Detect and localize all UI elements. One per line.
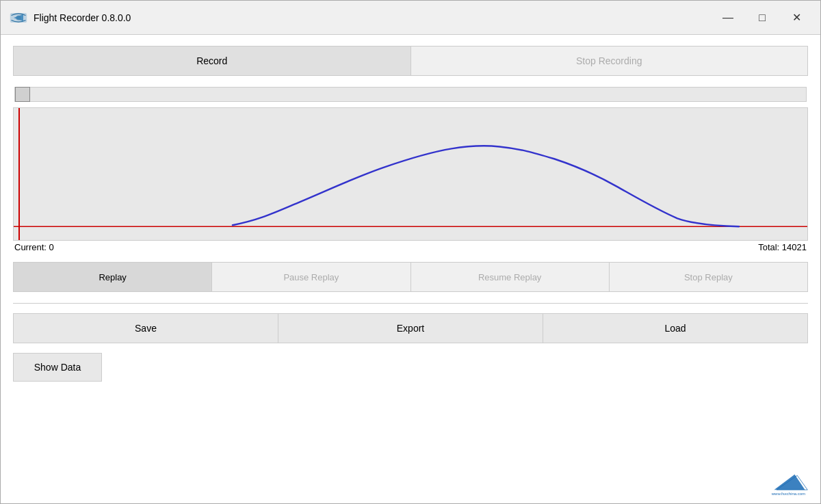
load-button[interactable]: Load [543,314,807,343]
save-button[interactable]: Save [14,314,278,343]
window-controls: — □ ✕ [712,7,812,29]
stop-recording-button[interactable]: Stop Recording [411,47,808,75]
action-row: Save Export Load [13,313,808,343]
title-bar: Flight Recorder 0.8.0.0 — □ ✕ [1,1,820,35]
record-button[interactable]: Record [14,47,411,75]
close-button[interactable]: ✕ [781,7,812,29]
fsxchina-logo: www.fsxchina.com [769,468,810,496]
slider-container [13,87,808,105]
stats-row: Current: 0 Total: 14021 [13,242,808,252]
svg-marker-6 [774,475,805,490]
app-icon [9,8,28,27]
maximize-button[interactable]: □ [746,7,778,29]
pause-replay-button[interactable]: Pause Replay [212,263,410,291]
replay-row: Replay Pause Replay Resume Replay Stop R… [13,262,808,292]
flight-chart [13,107,808,241]
svg-point-2 [16,15,21,20]
total-value: Total: 14021 [758,242,807,252]
current-value: Current: 0 [14,242,54,252]
minimize-button[interactable]: — [712,7,744,29]
svg-rect-3 [14,108,807,240]
export-button[interactable]: Export [278,314,543,343]
record-row: Record Stop Recording [13,46,808,76]
replay-button[interactable]: Replay [14,263,212,291]
divider [13,303,808,304]
svg-text:www.fsxchina.com: www.fsxchina.com [771,492,805,496]
main-content: Record Stop Recording Current: 0 Total: … [1,35,820,393]
resume-replay-button[interactable]: Resume Replay [411,263,610,291]
show-data-button[interactable]: Show Data [13,353,102,382]
stop-replay-button[interactable]: Stop Replay [610,263,807,291]
position-slider[interactable] [14,87,807,102]
window-title: Flight Recorder 0.8.0.0 [34,12,712,23]
watermark: www.fsxchina.com [769,468,810,496]
